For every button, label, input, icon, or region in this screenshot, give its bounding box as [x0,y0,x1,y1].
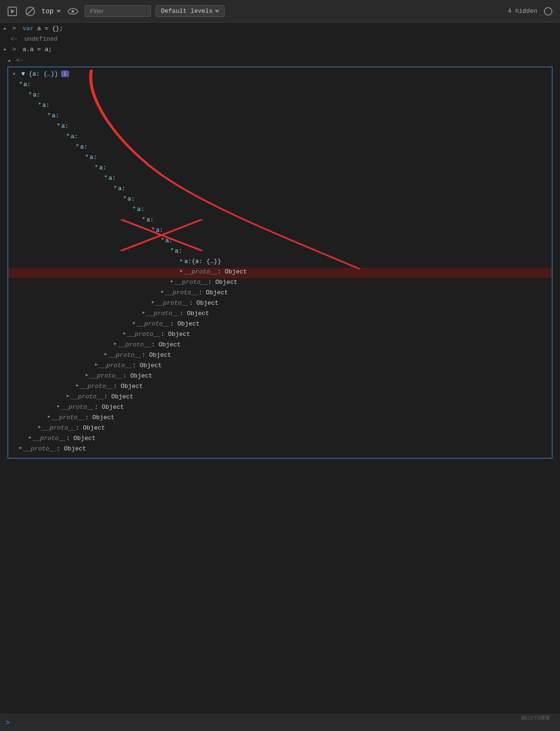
tree-node-proto12: ▶ __proto__ : Object [8,330,552,341]
tree-node-proto1: ▶ __proto__ : Object [8,445,552,455]
tree-node-a3: ▼ a: [8,101,552,112]
tree-node-a5: ▼ a: [8,122,552,132]
code-line-1: var a = {}; [23,25,63,32]
tree-node-proto18-highlighted: ▶ __proto__ : Object [8,268,552,278]
scope-selector[interactable]: top [42,8,61,15]
expand-arrow-1[interactable] [4,25,10,31]
scope-dropdown-arrow [56,10,61,13]
tree-node-a9: ▼ a: [8,164,552,174]
tree-node-a8: ▼ a: [8,153,552,164]
tree-node-proto14: ▶ __proto__ : Object [8,309,552,320]
expand-arrow-3[interactable] [4,46,10,52]
toolbar: top Default levels 4 hidden [0,0,560,23]
tree-node-a6: ▼ a: [8,132,552,143]
tree-node-a17: ▼ a: [8,247,552,257]
tree-node-proto9: ▶ __proto__ : Object [8,361,552,372]
tree-node-a10: ▼ a: [8,174,552,185]
tree-node-proto6: ▶ __proto__ : Object [8,393,552,403]
tree-node-a11: ▼ a: [8,185,552,195]
tree-root-node: ▼ {a: {…}} i [8,70,552,80]
tree-node-a1: ▼ a: [8,80,552,91]
console-line-1: > var a = {}; [0,25,560,35]
watermark: @51CTO博客 [521,714,551,722]
tree-node-proto17: ▶ __proto__ : Object [8,278,552,289]
levels-button[interactable]: Default levels [156,5,225,17]
hidden-count: 4 hidden [508,8,537,15]
code-line-3: a.a = a; [23,46,52,53]
tree-container: ▼ {a: {…}} i ▼ a: ▼ a: ▼ a: [8,67,552,458]
tree-root-line: ◀ <- [4,56,556,65]
tree-node-a15: ▼ a: [8,226,552,237]
tree-node-proto5: ▶ __proto__ : Object [8,403,552,414]
console-line-3: > a.a = a; [0,45,560,56]
tree-node-proto3: ▶ __proto__ : Object [8,424,552,434]
tree-node-a2: ▼ a: [8,91,552,101]
undefined-text: undefined [24,35,57,43]
eye-button[interactable] [66,6,80,17]
levels-dropdown-arrow [215,10,219,13]
root-key: ▼ {a: {…}} [21,70,58,78]
tree-node-a7: ▼ a: [8,143,552,153]
tree-node-a16: ▼ a: [8,237,552,247]
bottom-prompt: > [6,719,9,727]
console-area: > var a = {}; <- undefined > a.a = a; ◀ … [0,23,560,714]
play-icon [8,7,17,16]
tree-node-proto4: ▶ __proto__ : Object [8,414,552,424]
tree-node-a14: ▼ a: [8,216,552,226]
tree-node-proto10: ▶ __proto__ : Object [8,351,552,361]
settings-button[interactable] [542,5,554,18]
gear-icon [544,7,552,16]
tree-node-proto13: ▶ __proto__ : Object [8,320,552,330]
tree-node-proto16: ▶ __proto__ : Object [8,289,552,299]
eye-icon [68,8,78,15]
tree-node-proto11: ▶ __proto__ : Object [8,341,552,351]
tree-node-proto15: ▶ __proto__ : Object [8,299,552,309]
tree-node-proto2: ▶ __proto__ : Object [8,434,552,445]
tree-node-proto8: ▶ __proto__ : Object [8,372,552,382]
no-entry-icon [26,7,35,16]
bottom-bar: > [0,714,560,731]
no-entry-button[interactable] [24,5,37,18]
tree-node-a13: ▼ a: [8,205,552,216]
tree-collapse-arrow[interactable]: ◀ [8,57,14,63]
scope-label: top [42,8,53,15]
filter-input[interactable] [85,5,151,17]
tree-node-a18-leaf: ▶ a: {a: {…}} [8,257,552,268]
tree-node-proto7: ▶ __proto__ : Object [8,382,552,393]
console-line-2: <- undefined [0,35,560,45]
root-arrow[interactable] [13,70,19,77]
tree-node-a4: ▼ a: [8,112,552,122]
tree-node-a12: ▼ a: [8,195,552,205]
levels-label: Default levels [161,8,212,15]
root-badge[interactable]: i [61,70,69,77]
play-button[interactable] [6,5,19,18]
tree-wrapper: ◀ <- ▼ {a: {…}} i ▼ [4,56,556,458]
